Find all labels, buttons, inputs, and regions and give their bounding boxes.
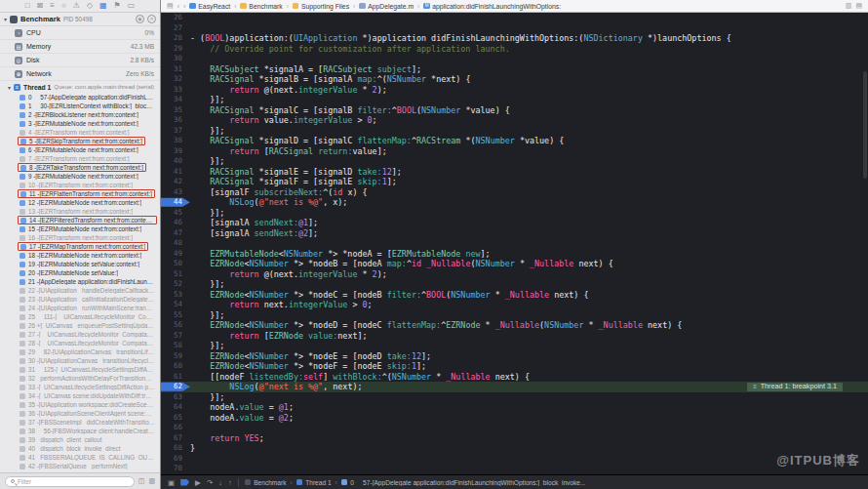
- gauge-row-memory[interactable]: ▤Memory42.3 MB: [0, 40, 160, 54]
- stack-frame[interactable]: 2 -[EZRBlockListener next:from:context:]: [18, 110, 160, 119]
- symbol-navigator-icon[interactable]: ≡: [50, 2, 55, 10]
- line-number[interactable]: 27: [161, 23, 190, 34]
- stack-frame[interactable]: 1 __30-[EZRListenContext withBlock:]_blo…: [18, 102, 160, 110]
- stack-frame[interactable]: 21 -[AppDelegate application:didFinishLa…: [18, 277, 160, 286]
- line-number[interactable]: 30: [161, 54, 190, 64]
- stack-frame[interactable]: 41 _FBSSERIALQUEUE_IS_CALLING_OUT_TO_A_B…: [18, 453, 160, 462]
- line-number[interactable]: 55: [161, 310, 190, 321]
- step-over-icon[interactable]: ↷: [207, 475, 213, 489]
- step-into-icon[interactable]: ↓: [218, 475, 222, 489]
- test-navigator-icon[interactable]: ◇: [87, 2, 93, 10]
- stack-frame[interactable]: 29 __82-[UIApplicationCanvas _transition…: [18, 347, 160, 356]
- line-number[interactable]: 33: [161, 85, 190, 96]
- line-number[interactable]: 29: [161, 44, 190, 55]
- line-number[interactable]: 26: [161, 13, 190, 23]
- stack-frame[interactable]: 37 -[FBSSceneImpl _didCreateWithTransiti…: [18, 418, 160, 427]
- disclosure-triangle-icon[interactable]: ▾: [4, 16, 7, 22]
- gauge-row-network[interactable]: ⊕NetworkZero KB/s: [0, 67, 160, 81]
- line-number[interactable]: 58: [161, 341, 190, 351]
- stack-frame[interactable]: 34 -[_UICanvas scene:didUpdateWithDiff:t…: [18, 391, 160, 400]
- stack-frame[interactable]: 35 -[UIApplication workspace:didCreateSc…: [18, 400, 160, 409]
- line-number[interactable]: 34: [161, 95, 190, 105]
- stack-frame[interactable]: 14 -[EZRFilteredTransform next:from:cont…: [18, 216, 160, 224]
- filter-input[interactable]: Filter: [5, 476, 135, 487]
- debugbar-item-frame[interactable]: 0 __57-[AppDelegate application:didFinis…: [341, 479, 586, 486]
- line-number[interactable]: 39: [161, 146, 190, 157]
- line-number[interactable]: 68: [161, 443, 190, 454]
- line-number[interactable]: 49: [161, 249, 190, 260]
- line-number[interactable]: 45: [161, 208, 190, 219]
- line-number[interactable]: 51: [161, 269, 190, 280]
- pause-gauge-button[interactable]: ◉: [136, 15, 144, 23]
- project-navigator-icon[interactable]: □: [25, 2, 30, 10]
- line-number[interactable]: 38: [161, 136, 190, 146]
- stack-frame[interactable]: 33 -[_UICanvasLifecycleSettingsDiffActio…: [18, 383, 160, 391]
- filter-flag-icon[interactable]: ▥: [148, 477, 155, 485]
- line-number[interactable]: 28: [161, 33, 190, 44]
- line-number[interactable]: 32: [161, 74, 190, 85]
- stack-frame[interactable]: 6 -[EZRMutableNode next:from:context:]: [18, 145, 160, 154]
- stack-frame[interactable]: 8 -[EZRTakeTransform next:from:context:]: [18, 163, 160, 172]
- breadcrumb-item-file[interactable]: AppDelegate.m: [359, 3, 414, 10]
- breakpoint-marker[interactable]: 62: [161, 382, 190, 392]
- line-number[interactable]: 57: [161, 331, 190, 342]
- editor-mode-icon[interactable]: ▥: [846, 2, 852, 10]
- stack-frame[interactable]: 39 _dispatch_client_callout: [18, 435, 160, 444]
- stack-frame[interactable]: 24 -[UIApplication _runWithMainScene:tra…: [18, 304, 160, 312]
- source-control-icon[interactable]: ⊠: [37, 2, 44, 10]
- stack-frame[interactable]: 36 -[UIApplicationSceneClientAgent scene…: [18, 409, 160, 418]
- stack-frame[interactable]: 26 +[_UICanvas _enqueuePostSettingUpdate…: [18, 321, 160, 330]
- stack-frame[interactable]: 28 -[__UICanvasLifecycleMonitor_Compatab…: [18, 339, 160, 347]
- line-number[interactable]: 48: [161, 238, 190, 249]
- debug-navigator-icon[interactable]: ▦: [99, 2, 107, 10]
- forward-arrow-icon[interactable]: ›: [183, 3, 185, 10]
- stack-frame[interactable]: 9 -[EZRMutableNode next:from:context:]: [18, 172, 160, 181]
- filter-toggle-icon[interactable]: ◫: [138, 477, 145, 485]
- stack-frame[interactable]: 13 -[EZRTransform next:from:context:]: [18, 207, 160, 216]
- stack-frame[interactable]: 11 -[EZRFlattenTransform next:from:conte…: [18, 189, 160, 198]
- step-out-icon[interactable]: ↑: [228, 475, 232, 489]
- line-number[interactable]: 36: [161, 115, 190, 126]
- stack-frame[interactable]: 19 -[EZRMutableNode setValue:context:]: [18, 260, 160, 268]
- related-items-icon[interactable]: ▤: [167, 2, 174, 10]
- issue-navigator-icon[interactable]: ⚠: [73, 2, 80, 10]
- breakpoints-toggle-icon[interactable]: [180, 479, 189, 486]
- line-number[interactable]: 31: [161, 64, 190, 75]
- breadcrumb-item-folder[interactable]: Benchmark: [240, 3, 282, 10]
- find-navigator-icon[interactable]: ○: [61, 2, 66, 10]
- editor-mode-icon[interactable]: ▤: [855, 2, 862, 10]
- stack-frame[interactable]: 40 _dispatch_block_invoke_direct: [18, 444, 160, 453]
- line-number[interactable]: 70: [161, 464, 190, 474]
- breadcrumb-item-folder[interactable]: Supporting Files: [293, 3, 349, 10]
- stack-frame[interactable]: 31 __125-[_UICanvasLifecycleSettingsDiff…: [18, 365, 160, 374]
- stack-frame[interactable]: 7 -[EZRTransform next:from:context:]: [18, 154, 160, 163]
- thread-disclosure-icon[interactable]: ▾: [8, 84, 11, 91]
- stack-frame[interactable]: 25 __111-[__UICanvasLifecycleMonitor_Com…: [18, 312, 160, 321]
- line-number[interactable]: 66: [161, 423, 190, 433]
- line-number[interactable]: 54: [161, 300, 190, 310]
- stack-frame[interactable]: 0 __57-[AppDelegate application:didFinis…: [18, 93, 160, 102]
- thread-header[interactable]: ▾ ≡ Thread 1 Queue: com.apple.main-threa…: [0, 81, 160, 93]
- stack-frame[interactable]: 32 _performActionsWithDelayForTransition…: [18, 374, 160, 383]
- stack-frame[interactable]: 18 -[EZRMutableNode next:from:context:]: [18, 251, 160, 260]
- line-number[interactable]: 56: [161, 320, 190, 331]
- line-number[interactable]: 41: [161, 167, 190, 178]
- line-number[interactable]: 67: [161, 433, 190, 444]
- stack-frame[interactable]: 12 -[EZRMutableNode next:from:context:]: [18, 198, 160, 207]
- breadcrumb-item-method[interactable]: Mapplication:didFinishLaunchingWithOptio…: [423, 3, 561, 10]
- stack-frame[interactable]: 27 -[__UICanvasLifecycleMonitor_Compatab…: [18, 330, 160, 339]
- code-area[interactable]: 262728- (BOOL)application:(UIApplication…: [161, 13, 868, 474]
- process-row[interactable]: ▾ Benchmark PID 50498 ◉ ✕: [0, 13, 160, 26]
- line-number[interactable]: 42: [161, 177, 190, 187]
- line-number[interactable]: 59: [161, 351, 190, 362]
- line-number[interactable]: 60: [161, 361, 190, 372]
- line-number[interactable]: 50: [161, 259, 190, 269]
- stack-frame[interactable]: 5 -[EZRSkipTransform next:from:context:]: [18, 137, 160, 145]
- stack-frame[interactable]: 20 -[EZRMutableNode setValue:]: [18, 268, 160, 277]
- breakpoint-banner[interactable]: ≡Thread 1: breakpoint 3.1: [747, 383, 843, 392]
- stack-frame[interactable]: 4 -[EZRTransform next:from:context:]: [18, 128, 160, 137]
- stack-frame[interactable]: 23 -[UIApplication _callInitializationDe…: [18, 295, 160, 304]
- gauge-row-cpu[interactable]: ◔CPU0%: [0, 26, 160, 40]
- debugbar-item-app[interactable]: Benchmark: [245, 479, 287, 486]
- line-number[interactable]: 37: [161, 126, 190, 137]
